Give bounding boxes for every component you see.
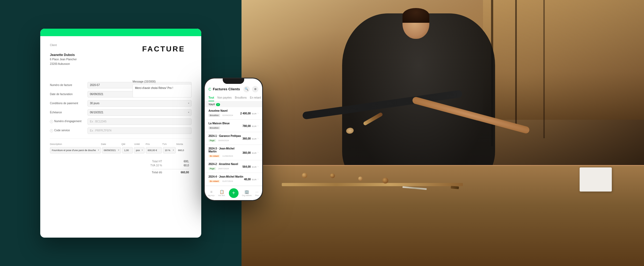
workshop-pole-2 xyxy=(515,0,517,128)
invoice-item-3[interactable]: 2024-3 · Jean-Michel Martin En retard 11… xyxy=(205,145,262,160)
invoice-list: Anselme Navel Brouillon 02/09/2024 2 400… xyxy=(205,107,262,186)
invoice-tag-0: Brouillon xyxy=(208,114,220,117)
invoice-amount-3: 360,00 EUR xyxy=(243,150,257,155)
white-container xyxy=(580,167,612,192)
wood-plank xyxy=(282,183,463,186)
filter-icon-btn[interactable]: ⊕ xyxy=(252,86,258,92)
invoice-card: Client Jeanette Dubois 6 Place Jean Plan… xyxy=(40,29,201,238)
col-date: Date xyxy=(101,143,121,145)
phone-header-left: C Factures Clients xyxy=(208,87,240,91)
tab-en-retard[interactable]: En retard xyxy=(250,95,261,101)
invoice-tag-1: Brouillon xyxy=(208,126,220,129)
invoice-name-5: 2024-4 · Jean-Michel Martin xyxy=(208,175,244,178)
nav-item-more[interactable]: ··· Plus xyxy=(255,190,259,196)
arrow-icon-4: › xyxy=(258,165,258,168)
nav-item-org[interactable]: 🏢 Org.nations xyxy=(242,190,252,196)
total-row-ht: Total HT 600, xyxy=(152,160,189,163)
chevron-down-icon: ▾ xyxy=(142,149,143,151)
person-hair xyxy=(402,8,429,23)
invoice-name-1: La Maison Bleue xyxy=(208,122,243,125)
phone-notch xyxy=(223,78,244,84)
field-label-service: iCode service xyxy=(50,129,87,132)
col-tva: TVA xyxy=(162,143,176,145)
section-label-text: TOUT xyxy=(208,103,215,106)
field-value-engagement[interactable]: Ex : BC12345 xyxy=(87,118,192,125)
chevron-down-icon: ▾ xyxy=(173,149,174,151)
message-section: Message (33/3000) Merci d'avoir choisi R… xyxy=(133,80,192,98)
row-montant: 660,0 xyxy=(177,149,192,152)
right-panel xyxy=(241,0,644,266)
invoice-tag-2: Payé xyxy=(208,139,216,142)
row-date[interactable]: 06/09/2021 ▾ xyxy=(102,147,121,153)
row-price[interactable]: 600,00 € xyxy=(146,147,162,153)
invoice-field-row: iNuméro d'engagement Ex : BC12345 xyxy=(50,118,192,125)
nav-item-home[interactable]: ≡ Ag reçu xyxy=(208,190,215,196)
invoice-item-4[interactable]: 2024-2 · Anselme Navel Payé 26/07/2024 5… xyxy=(205,160,262,173)
left-panel: Client Jeanette Dubois 6 Place Jean Plan… xyxy=(0,0,241,266)
tab-brouillons[interactable]: Brouillons xyxy=(235,95,247,101)
col-montant: Monta xyxy=(176,143,192,145)
workshop-pole-3 xyxy=(543,0,545,138)
row-tva[interactable]: 10 % ▾ xyxy=(163,147,176,153)
col-unit: Unité xyxy=(134,143,146,145)
arrow-icon-5: › xyxy=(258,178,258,181)
message-box[interactable]: Merci d'avoir choisi Rénov' Pro ! xyxy=(133,84,192,98)
field-label-date: Date de facturation xyxy=(50,93,87,96)
home-icon: ≡ xyxy=(210,190,212,194)
invoice-name-0: Anselme Navel xyxy=(208,109,240,112)
invoice-item-2[interactable]: 2024-1 · Garance Petitpas Payé 30/09/202… xyxy=(205,132,262,144)
nav-item-invoices[interactable]: 📋 Vos fact. xyxy=(218,190,225,196)
back-icon[interactable]: C xyxy=(208,87,211,91)
invoice-name-2: 2024-1 · Garance Petitpas xyxy=(208,134,243,137)
workshop-shelves xyxy=(483,0,644,120)
row-unit[interactable]: pce ▾ xyxy=(134,147,145,153)
col-price: Prix xyxy=(146,143,162,145)
invoice-field-row: iCode service Ex : PRFPLTF974 xyxy=(50,128,192,134)
client-address-line2: 23200 Aubusson xyxy=(50,62,192,66)
col-qty: Qté xyxy=(121,143,134,145)
field-value-service[interactable]: Ex : PRFPLTF974 xyxy=(87,128,192,134)
invoice-amount-2: 360,00 EUR xyxy=(243,136,257,141)
chevron-down-icon: ▾ xyxy=(118,149,119,151)
client-address-line1: 6 Place Jean Plancher xyxy=(50,57,192,61)
field-value-echeance[interactable]: 06/10/2021 ▾ xyxy=(87,109,192,116)
arrow-icon-2: › xyxy=(258,137,258,140)
field-label-conditions: Conditions de paiement xyxy=(50,102,87,105)
invoice-field-row: Échéance 06/10/2021 ▾ xyxy=(50,109,192,116)
invoice-title: FACTURE xyxy=(142,45,185,53)
nav-label-invoices: Vos fact. xyxy=(218,194,225,196)
invoice-card-header xyxy=(40,29,201,36)
field-value-conditions[interactable]: 30 jours ▾ xyxy=(87,100,192,107)
invoice-item-5[interactable]: 2024-4 · Jean-Michel Martin En retard 01… xyxy=(205,173,262,185)
invoice-item-1[interactable]: La Maison Bleue Brouillon 780,00 EUR › xyxy=(205,120,262,132)
field-label-echeance: Échéance xyxy=(50,111,87,114)
phone-screen: C Factures Clients 🔍 ⊕ Tout Non payées B… xyxy=(205,78,262,200)
row-description[interactable]: Fourniture et pose d'une paroi de douche… xyxy=(50,147,101,153)
add-button[interactable]: + xyxy=(229,188,239,198)
table-header: Description Date Qté Unité Prix TVA Mont… xyxy=(50,143,192,145)
invoice-tag-5: En retard xyxy=(208,180,220,183)
invoice-icon: 📋 xyxy=(219,190,224,194)
invoice-item-left-2: 2024-1 · Garance Petitpas Payé 30/09/202… xyxy=(208,134,243,142)
tab-non-payees[interactable]: Non payées xyxy=(217,95,232,101)
invoice-field-row: Conditions de paiement 30 jours ▾ xyxy=(50,100,192,107)
invoice-name-3: 2024-3 · Jean-Michel Martin xyxy=(208,147,243,153)
invoice-amount-5: 48,00 EUR xyxy=(244,177,256,181)
row-qty[interactable]: 1,00 xyxy=(122,147,133,153)
org-icon: 🏢 xyxy=(244,190,249,194)
nav-label-org: Org.nations xyxy=(242,194,252,196)
chevron-down-icon: ▾ xyxy=(98,149,99,151)
search-icon-btn[interactable]: 🔍 xyxy=(243,86,250,92)
phone-title: Factures Clients xyxy=(213,87,240,91)
section-count-badge: 7 xyxy=(216,103,220,106)
invoice-item-left-5: 2024-4 · Jean-Michel Martin En retard 01… xyxy=(208,175,244,183)
invoice-item-left-4: 2024-2 · Anselme Navel Payé 26/07/2024 xyxy=(208,163,243,170)
chevron-down-icon: ▾ xyxy=(188,111,189,114)
client-name: Jeanette Dubois xyxy=(50,53,192,57)
arrow-icon-0: › xyxy=(258,112,258,115)
invoice-amount-1: 780,00 EUR xyxy=(243,123,257,128)
arrow-icon-3: › xyxy=(258,151,258,154)
invoice-item-0[interactable]: Anselme Navel Brouillon 02/09/2024 2 400… xyxy=(205,107,262,119)
field-label-numero: Numéro de facture xyxy=(50,84,87,87)
tab-tout[interactable]: Tout xyxy=(208,95,214,101)
